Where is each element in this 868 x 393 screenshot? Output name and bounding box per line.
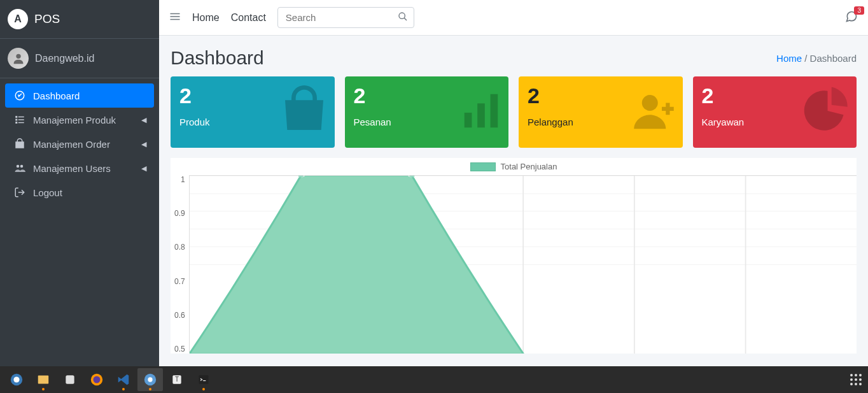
hamburger-icon[interactable]: [169, 11, 181, 25]
topnav-contact[interactable]: Contact: [231, 12, 266, 24]
chart-container: Total Penjualan 1 0.9 0.8 0.7 0.6 0.5: [171, 158, 857, 354]
breadcrumb-home[interactable]: Home: [776, 53, 802, 64]
search-icon: [398, 11, 408, 22]
search-wrap: [277, 7, 414, 28]
avatar: [8, 48, 29, 69]
svg-point-31: [409, 176, 415, 176]
main: Home Contact 3 Dashboard Home / Dashboa: [159, 0, 868, 366]
brand-name: POS: [34, 12, 60, 26]
content: Dashboard Home / Dashboard 2 Produk 2: [159, 36, 868, 366]
svg-point-9: [20, 165, 24, 168]
pie-chart-icon: [804, 87, 851, 138]
topnav-home[interactable]: Home: [192, 12, 220, 24]
chart-body: 1 0.9 0.8 0.7 0.6 0.5: [171, 175, 857, 354]
user-plus-icon: [630, 87, 678, 138]
legend-label: Total Penjualan: [501, 162, 557, 171]
y-tick: 0.5: [174, 345, 185, 354]
sidebar-item-order[interactable]: Manajemen Order ◀: [5, 132, 154, 156]
svg-rect-3: [18, 117, 24, 118]
sidebar-item-label: Dashboard: [33, 90, 80, 101]
svg-rect-17: [491, 94, 498, 128]
brand[interactable]: A POS: [0, 0, 159, 39]
users-icon: [13, 162, 27, 174]
sidebar-item-users[interactable]: Manajemen Users ◀: [5, 156, 154, 180]
search-button[interactable]: [391, 7, 414, 28]
svg-point-13: [399, 13, 405, 18]
bar-chart-icon: [459, 89, 503, 136]
svg-point-0: [16, 54, 20, 58]
sidebar-item-label: Manajemen Users: [33, 163, 111, 174]
notif-badge: 3: [854, 6, 864, 15]
sidebar-item-label: Logout: [33, 187, 62, 198]
chevron-left-icon: ◀: [141, 116, 146, 124]
svg-rect-10: [171, 13, 180, 14]
bag-icon: [13, 138, 27, 150]
brand-logo-icon: A: [8, 9, 28, 29]
stat-cards: 2 Produk 2 Pesanan 2 Pelanggan: [159, 76, 868, 148]
y-tick: 0.7: [174, 277, 185, 286]
svg-rect-12: [171, 18, 180, 20]
content-header: Dashboard Home / Dashboard: [159, 36, 868, 76]
svg-rect-16: [477, 103, 485, 127]
y-tick: 0.9: [174, 209, 185, 218]
svg-rect-7: [18, 122, 24, 124]
svg-rect-4: [15, 119, 17, 121]
card-karyawan[interactable]: 2 Karyawan: [693, 76, 857, 148]
chart-legend[interactable]: Total Penjualan: [171, 158, 857, 175]
logout-icon: [13, 187, 27, 198]
sidebar-nav: Dashboard Manajemen Produk ◀ Manajemen O…: [0, 78, 159, 210]
y-tick: 1: [181, 175, 185, 184]
chevron-left-icon: ◀: [141, 140, 146, 148]
sidebar-item-label: Manajemen Order: [33, 139, 110, 150]
sidebar-item-label: Manajemen Produk: [33, 115, 116, 125]
breadcrumb-sep: /: [804, 53, 807, 64]
sidebar: A POS Daengweb.id Dashboard Manajemen Pr…: [0, 0, 159, 366]
user-panel[interactable]: Daengweb.id: [0, 39, 159, 78]
chart-y-axis: 1 0.9 0.8 0.7 0.6 0.5: [174, 175, 189, 354]
card-pesanan[interactable]: 2 Pesanan: [345, 76, 509, 148]
svg-point-8: [17, 165, 20, 168]
y-tick: 0.8: [174, 243, 185, 252]
dashboard-icon: [13, 90, 27, 101]
chevron-left-icon: ◀: [141, 164, 146, 173]
sidebar-item-produk[interactable]: Manajemen Produk ◀: [5, 108, 154, 132]
legend-swatch: [470, 162, 496, 171]
shopping-bag-icon: [279, 85, 330, 139]
y-tick: 0.6: [174, 311, 185, 320]
svg-rect-5: [18, 119, 24, 120]
messages-button[interactable]: 3: [845, 10, 858, 25]
breadcrumb: Home / Dashboard: [776, 53, 857, 64]
svg-line-14: [404, 18, 407, 20]
sidebar-item-dashboard[interactable]: Dashboard: [5, 83, 154, 108]
card-produk[interactable]: 2 Produk: [171, 76, 335, 148]
svg-rect-2: [15, 116, 17, 118]
list-icon: [13, 114, 27, 125]
topbar: Home Contact 3: [159, 0, 868, 36]
breadcrumb-current: Dashboard: [810, 53, 857, 64]
svg-rect-11: [171, 16, 180, 17]
page-title: Dashboard: [171, 47, 264, 69]
sidebar-item-logout[interactable]: Logout: [5, 180, 154, 204]
user-name: Daengweb.id: [35, 53, 94, 64]
svg-rect-6: [15, 122, 17, 124]
card-pelanggan[interactable]: 2 Pelanggan: [519, 76, 683, 148]
svg-rect-15: [465, 113, 472, 127]
svg-point-18: [641, 95, 657, 111]
chart-plot-area[interactable]: [189, 175, 857, 354]
svg-point-30: [297, 176, 304, 176]
